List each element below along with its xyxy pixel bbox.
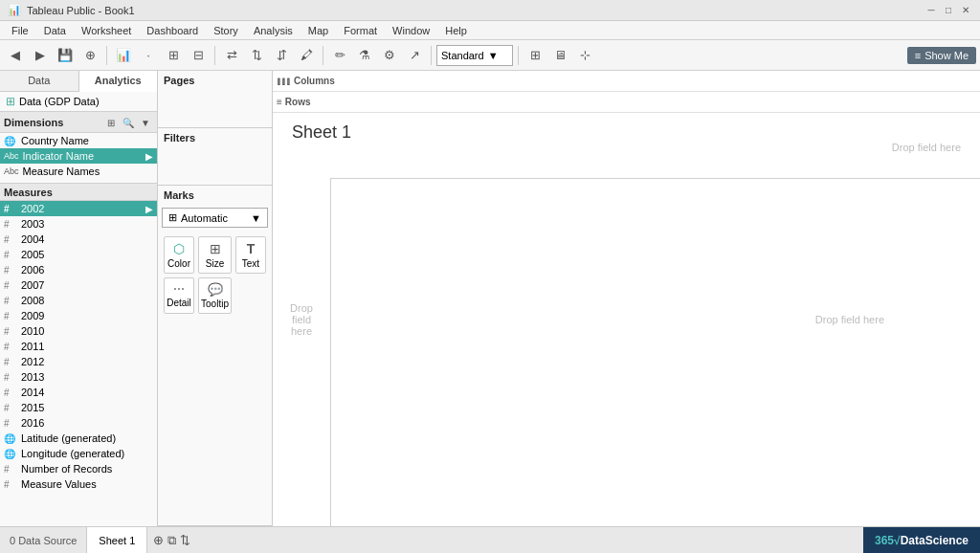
hash-icon-2014: #	[4, 387, 17, 398]
field-num-records[interactable]: # Number of Records	[0, 461, 157, 476]
field-2008[interactable]: # 2008	[0, 293, 157, 308]
toolbar-save[interactable]: 💾	[54, 44, 77, 67]
maximize-button[interactable]: □	[942, 4, 955, 17]
dimensions-list: 🌐 Country Name Abc Indicator Name ▶ Abc …	[0, 133, 157, 179]
field-2014[interactable]: # 2014	[0, 385, 157, 400]
toolbar-filter[interactable]: ⚗	[353, 44, 376, 67]
minimize-button[interactable]: ─	[924, 4, 938, 17]
marks-tooltip-button[interactable]: 💬 Tooltip	[198, 277, 232, 314]
field-indicator-name[interactable]: Abc Indicator Name ▶	[0, 148, 157, 164]
field-2007[interactable]: # 2007	[0, 277, 157, 293]
new-sheet-icon[interactable]: ⊕	[153, 533, 164, 547]
hash-icon-records: #	[4, 464, 17, 475]
brand-logo: 365 √ DataScience	[863, 527, 980, 553]
field-2016[interactable]: # 2016	[0, 415, 157, 431]
toolbar-fix[interactable]: ⚙	[378, 44, 401, 67]
toolbar-chart[interactable]: 📊	[112, 44, 135, 67]
menu-worksheet[interactable]: Worksheet	[74, 23, 139, 38]
menu-data[interactable]: Data	[36, 23, 74, 38]
marks-type-dropdown[interactable]: ⊞ Automatic ▼	[162, 208, 268, 228]
field-measure-names[interactable]: Abc Measure Names	[0, 164, 157, 179]
sheet-sort-icon[interactable]: ⇅	[180, 533, 190, 547]
color-icon: ⬡	[173, 241, 185, 256]
hash-icon-2006: #	[4, 265, 17, 276]
tab-data[interactable]: Data	[0, 71, 79, 91]
show-me-button[interactable]: ≡ Show Me	[907, 47, 976, 64]
field-latitude[interactable]: 🌐 Latitude (generated)	[0, 431, 157, 446]
field-2009[interactable]: # 2009	[0, 308, 157, 323]
hash-icon-2009: #	[4, 311, 17, 321]
toolbar-sep-3	[323, 46, 323, 65]
marks-text-button[interactable]: T Text	[235, 236, 266, 274]
dimensions-expand-btn[interactable]: ▼	[138, 115, 153, 130]
field-country-name[interactable]: 🌐 Country Name	[0, 133, 157, 148]
left-panel: Data Analytics ⊞ Data (GDP Data) Dimensi…	[0, 71, 158, 526]
toolbar-table[interactable]: ⊞	[162, 44, 185, 67]
field-2012[interactable]: # 2012	[0, 354, 157, 369]
data-source-item[interactable]: ⊞ Data (GDP Data)	[0, 92, 157, 111]
text-icon-measure-names: Abc	[4, 166, 19, 176]
canvas-hline	[330, 178, 980, 179]
marks-detail-button[interactable]: ⋯ Detail	[164, 277, 194, 314]
tab-analytics[interactable]: Analytics	[79, 71, 158, 92]
status-bar: 0 Data Source Sheet 1 ⊕ ⧉ ⇅ 365 √ DataSc…	[0, 526, 980, 553]
toolbar-add-datasource[interactable]: ⊕	[78, 44, 101, 67]
drop-field-center: Drop field here	[815, 314, 884, 325]
toolbar-highlight[interactable]: 🖍	[295, 44, 318, 67]
toolbar-sort-desc[interactable]: ⇵	[270, 44, 293, 67]
filters-section: Filters	[158, 128, 272, 186]
toolbar-share2[interactable]: ⊹	[573, 44, 596, 67]
menu-file[interactable]: File	[4, 23, 36, 38]
measures-header: Measures	[0, 183, 157, 201]
toolbar-back[interactable]: ◀	[4, 44, 27, 67]
field-measure-values[interactable]: # Measure Values	[0, 476, 157, 492]
status-datasource[interactable]: 0 Data Source	[0, 535, 86, 546]
menu-format[interactable]: Format	[336, 23, 385, 38]
menu-window[interactable]: Window	[385, 23, 437, 38]
menu-dashboard[interactable]: Dashboard	[139, 23, 206, 38]
marks-dropdown-icon: ⊞	[168, 211, 177, 224]
dimensions-header: Dimensions ⊞ 🔍 ▼	[0, 111, 157, 133]
dimensions-grid-btn[interactable]: ⊞	[103, 115, 119, 130]
duplicate-sheet-icon[interactable]: ⧉	[167, 533, 176, 548]
field-2011[interactable]: # 2011	[0, 339, 157, 354]
menu-map[interactable]: Map	[301, 23, 336, 38]
toolbar-present[interactable]: 🖥	[548, 44, 571, 67]
pages-section: Pages	[158, 71, 272, 128]
hash-icon-2004: #	[4, 234, 17, 245]
field-2002-arrow: ▶	[145, 204, 153, 214]
field-2013[interactable]: # 2013	[0, 369, 157, 385]
field-2005[interactable]: # 2005	[0, 247, 157, 262]
panel-tabs: Data Analytics	[0, 71, 157, 92]
toolbar-grid[interactable]: ⊟	[187, 44, 210, 67]
close-button[interactable]: ✕	[959, 4, 972, 17]
toolbar-sort-asc[interactable]: ⇅	[245, 44, 268, 67]
marks-color-button[interactable]: ⬡ Color	[164, 236, 194, 274]
menu-story[interactable]: Story	[206, 23, 246, 38]
toolbar-sep-4	[431, 46, 432, 65]
dimensions-search-btn[interactable]: 🔍	[121, 115, 136, 130]
field-2015[interactable]: # 2015	[0, 400, 157, 415]
toolbar-view-dropdown[interactable]: Standard ▼	[436, 45, 513, 66]
toolbar-pencil[interactable]: ✏	[328, 44, 351, 67]
status-sheet-tab[interactable]: Sheet 1	[86, 527, 147, 553]
field-2006[interactable]: # 2006	[0, 262, 157, 277]
field-2010[interactable]: # 2010	[0, 323, 157, 339]
columns-label: ⫿⫿⫿ Columns	[277, 76, 335, 86]
measures-list: # 2002 ▶ # 2003 # 2004 # 2005 # 2006 #	[0, 201, 157, 526]
field-2002[interactable]: # 2002 ▶	[0, 201, 157, 216]
hash-icon-2002: #	[4, 204, 17, 214]
marks-size-button[interactable]: ⊞ Size	[198, 236, 232, 274]
field-longitude[interactable]: 🌐 Longitude (generated)	[0, 446, 157, 461]
menu-help[interactable]: Help	[437, 23, 475, 38]
toolbar-forward[interactable]: ▶	[29, 44, 52, 67]
tooltip-icon: 💬	[208, 282, 223, 297]
toolbar-expand[interactable]: ⊞	[523, 44, 546, 67]
field-2004[interactable]: # 2004	[0, 232, 157, 247]
marks-section: Marks ⊞ Automatic ▼ ⬡ Color ⊞ Size T Tex…	[158, 186, 272, 526]
menu-analysis[interactable]: Analysis	[246, 23, 301, 38]
toolbar-share[interactable]: ↗	[403, 44, 426, 67]
toolbar-dot[interactable]: ·	[137, 44, 160, 67]
toolbar-swap[interactable]: ⇄	[220, 44, 243, 67]
field-2003[interactable]: # 2003	[0, 216, 157, 232]
